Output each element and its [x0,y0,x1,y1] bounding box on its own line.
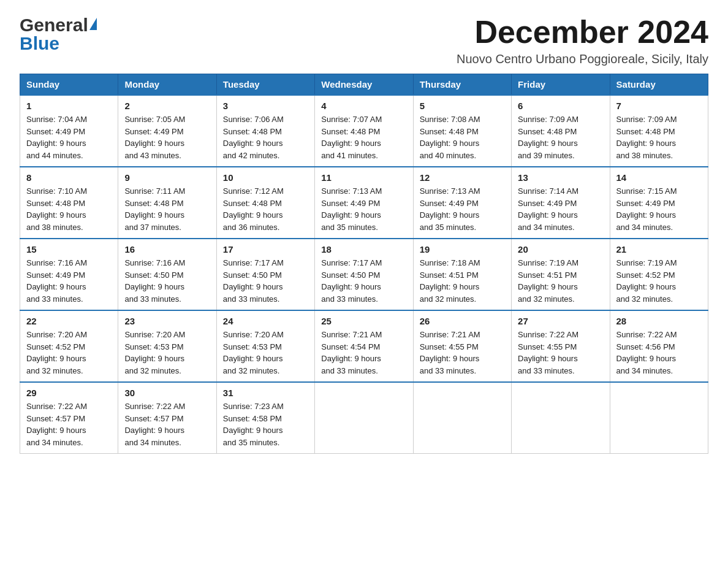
day-number: 17 [223,244,308,255]
col-monday: Monday [118,74,216,96]
day-info: Sunrise: 7:18 AM Sunset: 4:51 PM Dayligh… [420,257,505,305]
day-info: Sunrise: 7:09 AM Sunset: 4:48 PM Dayligh… [616,113,702,161]
table-row: 9 Sunrise: 7:11 AM Sunset: 4:48 PM Dayli… [118,167,216,239]
day-info: Sunrise: 7:05 AM Sunset: 4:49 PM Dayligh… [124,113,210,161]
calendar-week-row: 29 Sunrise: 7:22 AM Sunset: 4:57 PM Dayl… [20,382,708,454]
table-row: 19 Sunrise: 7:18 AM Sunset: 4:51 PM Dayl… [413,239,511,310]
table-row: 3 Sunrise: 7:06 AM Sunset: 4:48 PM Dayli… [216,95,314,167]
day-info: Sunrise: 7:19 AM Sunset: 4:52 PM Dayligh… [616,257,702,305]
table-row: 4 Sunrise: 7:07 AM Sunset: 4:48 PM Dayli… [315,95,413,167]
table-row: 5 Sunrise: 7:08 AM Sunset: 4:48 PM Dayli… [413,95,511,167]
calendar-header-row: Sunday Monday Tuesday Wednesday Thursday… [20,74,708,96]
col-friday: Friday [512,74,610,96]
day-number: 1 [26,101,112,111]
month-title: December 2024 [457,15,708,50]
day-number: 9 [124,172,210,183]
table-row [610,382,708,454]
day-number: 6 [518,101,603,111]
day-number: 5 [420,101,505,111]
table-row: 31 Sunrise: 7:23 AM Sunset: 4:58 PM Dayl… [216,382,314,454]
table-row: 14 Sunrise: 7:15 AM Sunset: 4:49 PM Dayl… [610,167,708,239]
table-row: 24 Sunrise: 7:20 AM Sunset: 4:53 PM Dayl… [216,310,314,382]
calendar-week-row: 8 Sunrise: 7:10 AM Sunset: 4:48 PM Dayli… [20,167,708,239]
calendar-week-row: 22 Sunrise: 7:20 AM Sunset: 4:52 PM Dayl… [20,310,708,382]
table-row [413,382,511,454]
day-number: 21 [616,244,702,255]
day-number: 2 [124,101,210,111]
day-number: 14 [616,172,702,183]
day-info: Sunrise: 7:23 AM Sunset: 4:58 PM Dayligh… [223,400,308,448]
table-row: 7 Sunrise: 7:09 AM Sunset: 4:48 PM Dayli… [610,95,708,167]
day-info: Sunrise: 7:13 AM Sunset: 4:49 PM Dayligh… [321,185,406,233]
day-info: Sunrise: 7:22 AM Sunset: 4:56 PM Dayligh… [616,329,702,377]
table-row: 21 Sunrise: 7:19 AM Sunset: 4:52 PM Dayl… [610,239,708,310]
table-row: 28 Sunrise: 7:22 AM Sunset: 4:56 PM Dayl… [610,310,708,382]
table-row: 30 Sunrise: 7:22 AM Sunset: 4:57 PM Dayl… [118,382,216,454]
logo-general-text: General [20,15,88,36]
day-number: 22 [26,316,112,326]
day-number: 23 [124,316,210,326]
table-row: 18 Sunrise: 7:17 AM Sunset: 4:50 PM Dayl… [315,239,413,310]
day-number: 16 [124,244,210,255]
day-number: 20 [518,244,603,255]
day-info: Sunrise: 7:19 AM Sunset: 4:51 PM Dayligh… [518,257,603,305]
day-info: Sunrise: 7:16 AM Sunset: 4:49 PM Dayligh… [26,257,112,305]
day-info: Sunrise: 7:14 AM Sunset: 4:49 PM Dayligh… [518,185,603,233]
table-row: 12 Sunrise: 7:13 AM Sunset: 4:49 PM Dayl… [413,167,511,239]
page-header: General Blue December 2024 Nuovo Centro … [20,15,708,66]
day-info: Sunrise: 7:09 AM Sunset: 4:48 PM Dayligh… [518,113,603,161]
day-info: Sunrise: 7:16 AM Sunset: 4:50 PM Dayligh… [124,257,210,305]
day-number: 4 [321,101,406,111]
table-row: 1 Sunrise: 7:04 AM Sunset: 4:49 PM Dayli… [20,95,118,167]
table-row: 25 Sunrise: 7:21 AM Sunset: 4:54 PM Dayl… [315,310,413,382]
table-row: 2 Sunrise: 7:05 AM Sunset: 4:49 PM Dayli… [118,95,216,167]
day-info: Sunrise: 7:11 AM Sunset: 4:48 PM Dayligh… [124,185,210,233]
day-number: 11 [321,172,406,183]
day-number: 30 [124,388,210,398]
day-info: Sunrise: 7:12 AM Sunset: 4:48 PM Dayligh… [223,185,308,233]
day-info: Sunrise: 7:21 AM Sunset: 4:54 PM Dayligh… [321,329,406,377]
calendar-week-row: 1 Sunrise: 7:04 AM Sunset: 4:49 PM Dayli… [20,95,708,167]
table-row: 13 Sunrise: 7:14 AM Sunset: 4:49 PM Dayl… [512,167,610,239]
day-info: Sunrise: 7:15 AM Sunset: 4:49 PM Dayligh… [616,185,702,233]
day-number: 24 [223,316,308,326]
day-number: 31 [223,388,308,398]
day-info: Sunrise: 7:07 AM Sunset: 4:48 PM Dayligh… [321,113,406,161]
table-row: 29 Sunrise: 7:22 AM Sunset: 4:57 PM Dayl… [20,382,118,454]
day-number: 15 [26,244,112,255]
day-number: 19 [420,244,505,255]
col-sunday: Sunday [20,74,118,96]
calendar-week-row: 15 Sunrise: 7:16 AM Sunset: 4:49 PM Dayl… [20,239,708,310]
day-number: 7 [616,101,702,111]
day-info: Sunrise: 7:06 AM Sunset: 4:48 PM Dayligh… [223,113,308,161]
day-number: 27 [518,316,603,326]
day-number: 28 [616,316,702,326]
table-row: 22 Sunrise: 7:20 AM Sunset: 4:52 PM Dayl… [20,310,118,382]
table-row: 11 Sunrise: 7:13 AM Sunset: 4:49 PM Dayl… [315,167,413,239]
day-info: Sunrise: 7:17 AM Sunset: 4:50 PM Dayligh… [223,257,308,305]
day-info: Sunrise: 7:22 AM Sunset: 4:55 PM Dayligh… [518,329,603,377]
day-number: 3 [223,101,308,111]
day-info: Sunrise: 7:22 AM Sunset: 4:57 PM Dayligh… [124,400,210,448]
day-info: Sunrise: 7:17 AM Sunset: 4:50 PM Dayligh… [321,257,406,305]
day-info: Sunrise: 7:04 AM Sunset: 4:49 PM Dayligh… [26,113,112,161]
day-info: Sunrise: 7:20 AM Sunset: 4:52 PM Dayligh… [26,329,112,377]
day-number: 18 [321,244,406,255]
day-number: 25 [321,316,406,326]
col-wednesday: Wednesday [315,74,413,96]
table-row [512,382,610,454]
title-section: December 2024 Nuovo Centro Urbano Poggio… [457,15,708,66]
day-info: Sunrise: 7:20 AM Sunset: 4:53 PM Dayligh… [223,329,308,377]
calendar-table: Sunday Monday Tuesday Wednesday Thursday… [20,74,708,454]
col-thursday: Thursday [413,74,511,96]
day-number: 29 [26,388,112,398]
day-number: 8 [26,172,112,183]
table-row: 8 Sunrise: 7:10 AM Sunset: 4:48 PM Dayli… [20,167,118,239]
location-title: Nuovo Centro Urbano Poggioreale, Sicily,… [457,52,708,66]
table-row: 23 Sunrise: 7:20 AM Sunset: 4:53 PM Dayl… [118,310,216,382]
table-row: 20 Sunrise: 7:19 AM Sunset: 4:51 PM Dayl… [512,239,610,310]
day-info: Sunrise: 7:22 AM Sunset: 4:57 PM Dayligh… [26,400,112,448]
table-row: 6 Sunrise: 7:09 AM Sunset: 4:48 PM Dayli… [512,95,610,167]
table-row: 17 Sunrise: 7:17 AM Sunset: 4:50 PM Dayl… [216,239,314,310]
col-tuesday: Tuesday [216,74,314,96]
